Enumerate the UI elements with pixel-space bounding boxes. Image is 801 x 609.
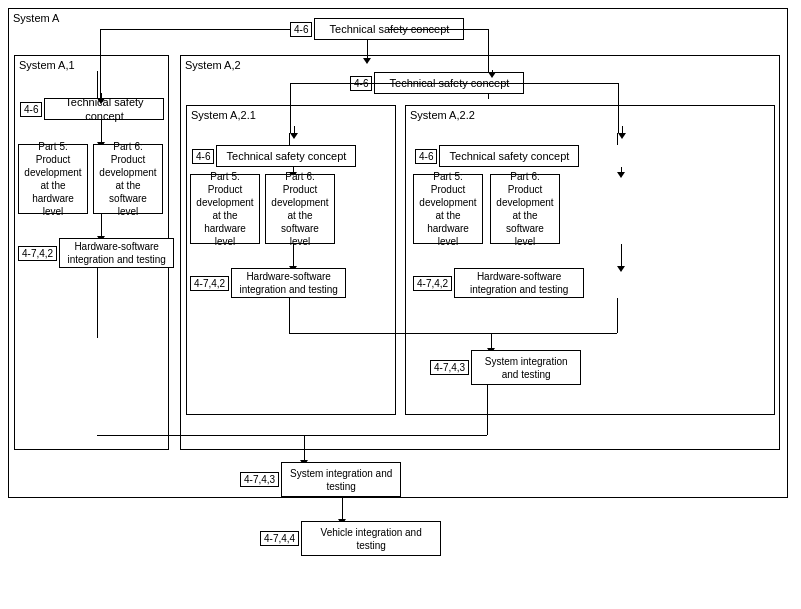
hw-a22-box: Part 5: Product development at the hardw… xyxy=(413,174,483,244)
si-a2-num: 4-7,4,3 xyxy=(430,360,469,375)
system-a21-label: System A,2.1 xyxy=(191,109,256,121)
tsc-a21-box: Technical safety concept xyxy=(216,145,356,167)
tsc-a21-num: 4-6 xyxy=(192,149,214,164)
hsi-a21-num: 4-7,4,2 xyxy=(190,276,229,291)
hw-a21-box: Part 5: Product development at the hardw… xyxy=(190,174,260,244)
tsc-a22-num: 4-6 xyxy=(415,149,437,164)
system-a2-label: System A,2 xyxy=(185,59,241,71)
tsc-top-num: 4-6 xyxy=(290,22,312,37)
vi-box: Vehicle integration and testing xyxy=(301,521,441,556)
si-top-num: 4-7,4,3 xyxy=(240,472,279,487)
system-a-label: System A xyxy=(13,12,59,24)
sw-a1-box: Part 6: Product development at the softw… xyxy=(93,144,163,214)
si-a2-box: System integration and testing xyxy=(471,350,581,385)
hsi-a22-num: 4-7,4,2 xyxy=(413,276,452,291)
sw-a22-box: Part 6: Product development at the softw… xyxy=(490,174,560,244)
tsc-a1-num: 4-6 xyxy=(20,102,42,117)
hsi-a21-box: Hardware-software integration and testin… xyxy=(231,268,346,298)
si-top-box: System integration and testing xyxy=(281,462,401,497)
sw-a21-box: Part 6: Product development at the softw… xyxy=(265,174,335,244)
tsc-a22-box: Technical safety concept xyxy=(439,145,579,167)
system-a22-label: System A,2.2 xyxy=(410,109,475,121)
diagram: System A 4-6 Technical safety concept Sy… xyxy=(0,0,801,609)
hsi-a1-num: 4-7,4,2 xyxy=(18,246,57,261)
hsi-a1-box: Hardware-software integration and testin… xyxy=(59,238,174,268)
hw-a1-box: Part 5: Product development at the hardw… xyxy=(18,144,88,214)
system-a1-label: System A,1 xyxy=(19,59,75,71)
hsi-a22-box: Hardware-software integration and testin… xyxy=(454,268,584,298)
vi-num: 4-7,4,4 xyxy=(260,531,299,546)
